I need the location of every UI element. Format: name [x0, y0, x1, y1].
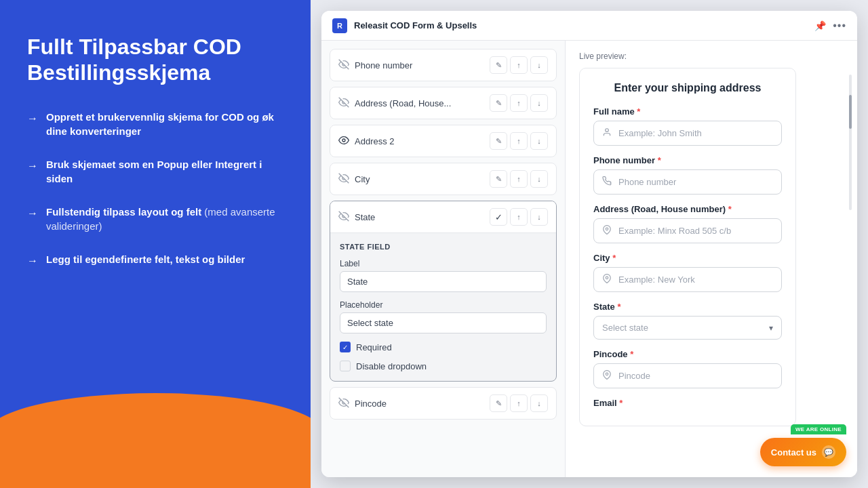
bullet-item-4: → Legg til egendefinerte felt, tekst og …	[27, 252, 283, 268]
placeholder-full-name: Example: John Smith	[618, 128, 702, 138]
preview-field-pincode: Pincode * Pincode	[593, 349, 782, 388]
state-placeholder-group: Placeholder	[340, 300, 547, 333]
move-up-state-button[interactable]: ↑	[510, 208, 528, 226]
arrow-icon-3: →	[27, 206, 38, 221]
field-label-address2: Address 2	[355, 136, 484, 146]
preview-field-full-name: Full name * Example: John Smith	[593, 106, 782, 146]
field-actions-pincode: ✎ ↑ ↓	[490, 394, 548, 412]
phone-icon	[602, 176, 612, 188]
required-checkbox[interactable]: ✓	[340, 342, 351, 352]
move-up-phone-button[interactable]: ↑	[510, 56, 528, 74]
svg-point-2	[342, 139, 345, 142]
edit-phone-button[interactable]: ✎	[490, 56, 507, 74]
edit-city-button[interactable]: ✎	[490, 170, 507, 188]
left-title: Fullt Tilpassbar CODBestillingsskjema	[27, 34, 283, 86]
visibility-toggle-state[interactable]	[338, 211, 349, 224]
move-up-address1-button[interactable]: ↑	[510, 94, 528, 112]
visibility-toggle-phone[interactable]	[338, 59, 349, 72]
preview-input-full-name[interactable]: Example: John Smith	[593, 121, 782, 146]
visibility-toggle-pincode[interactable]	[338, 397, 349, 410]
field-row-city[interactable]: City ✎ ↑ ↓	[330, 163, 557, 195]
preview-label-phone: Phone number *	[593, 155, 782, 165]
state-field-header[interactable]: State ✓ ↑ ↓	[330, 201, 556, 233]
visibility-toggle-address1[interactable]	[338, 97, 349, 110]
state-label-label: Label	[340, 259, 547, 268]
preview-select-state[interactable]: Select state ▾	[593, 316, 782, 340]
field-row-address1[interactable]: Address (Road, House... ✎ ↑ ↓	[330, 87, 557, 119]
required-star-city: *	[612, 253, 616, 263]
svg-point-7	[606, 228, 608, 230]
visibility-toggle-address2[interactable]	[338, 135, 349, 148]
scrollbar	[849, 75, 852, 210]
left-panel: Fullt Tilpassbar CODBestillingsskjema → …	[0, 0, 311, 488]
state-field-body: STATE FIELD Label Placeholder ✓ Required	[330, 233, 556, 381]
placeholder-pincode: Pincode	[618, 371, 650, 381]
preview-input-address[interactable]: Example: Minx Road 505 c/b	[593, 218, 782, 243]
location-icon-address	[602, 225, 612, 237]
preview-input-city[interactable]: Example: New York	[593, 267, 782, 292]
field-row-address2[interactable]: Address 2 ✎ ↑ ↓	[330, 125, 557, 157]
move-up-address2-button[interactable]: ↑	[510, 132, 528, 150]
online-badge: WE ARE ONLINE	[791, 424, 846, 434]
select-state-text: Select state	[602, 323, 769, 333]
edit-address1-button[interactable]: ✎	[490, 94, 507, 112]
field-row-phone[interactable]: Phone number ✎ ↑ ↓	[330, 49, 557, 81]
field-label-pincode: Pincode	[355, 399, 484, 409]
move-down-address1-button[interactable]: ↓	[530, 94, 548, 112]
right-area: R Releasit COD Form & Upsells 📌 ••• Phon…	[311, 0, 868, 488]
move-up-pincode-button[interactable]: ↑	[510, 394, 528, 412]
field-label-phone: Phone number	[355, 60, 484, 70]
more-options-icon[interactable]: •••	[833, 20, 846, 32]
visibility-toggle-city[interactable]	[338, 173, 349, 186]
move-up-city-button[interactable]: ↑	[510, 170, 528, 188]
svg-point-9	[606, 373, 608, 375]
app-icon: R	[332, 18, 347, 33]
form-builder-panel: Phone number ✎ ↑ ↓ Address (Road, House.…	[321, 41, 566, 477]
bullet-text-1: Opprett et brukervennlig skjema for COD …	[46, 110, 283, 138]
state-required-row[interactable]: ✓ Required	[340, 342, 547, 352]
bullet-item-2: → Bruk skjemaet som en Popup eller Integ…	[27, 157, 283, 186]
move-down-state-button[interactable]: ↓	[530, 208, 548, 226]
location-icon-pincode	[602, 370, 612, 382]
state-disable-dropdown-row[interactable]: Disable dropdown	[340, 361, 547, 371]
contact-us-label: Contact us	[771, 447, 816, 458]
preview-field-email: Email *	[593, 398, 782, 408]
required-star-address: *	[728, 204, 732, 214]
confirm-state-button[interactable]: ✓	[490, 208, 507, 226]
chat-widget: WE ARE ONLINE Contact us 💬	[760, 438, 846, 466]
field-actions-address2: ✎ ↑ ↓	[490, 132, 548, 150]
move-down-address2-button[interactable]: ↓	[530, 132, 548, 150]
edit-pincode-button[interactable]: ✎	[490, 394, 507, 412]
disable-dropdown-checkbox[interactable]	[340, 361, 351, 371]
preview-input-phone[interactable]: Phone number	[593, 169, 782, 195]
move-down-phone-button[interactable]: ↓	[530, 56, 548, 74]
preview-input-pincode[interactable]: Pincode	[593, 363, 782, 388]
preview-field-city: City * Example: New York	[593, 253, 782, 292]
field-actions-city: ✎ ↑ ↓	[490, 170, 548, 188]
bullet-item-1: → Opprett et brukervennlig skjema for CO…	[27, 110, 283, 138]
field-actions-phone: ✎ ↑ ↓	[490, 56, 548, 74]
move-down-pincode-button[interactable]: ↓	[530, 394, 548, 412]
field-label-city: City	[355, 174, 484, 184]
pin-icon: 📌	[814, 20, 826, 31]
app-title: Releasit COD Form & Upsells	[354, 20, 477, 30]
move-down-city-button[interactable]: ↓	[530, 170, 548, 188]
field-row-pincode[interactable]: Pincode ✎ ↑ ↓	[330, 387, 557, 420]
preview-card: Enter your shipping address Full name * …	[579, 68, 796, 426]
state-label-input[interactable]	[340, 271, 547, 292]
contact-us-button[interactable]: Contact us 💬	[760, 438, 846, 466]
edit-address2-button[interactable]: ✎	[490, 132, 507, 150]
disable-dropdown-label: Disable dropdown	[356, 361, 427, 371]
state-placeholder-input[interactable]	[340, 312, 547, 333]
bullet-text-4: Legg til egendefinerte felt, tekst og bi…	[46, 252, 245, 266]
chevron-down-icon: ▾	[769, 323, 773, 333]
preview-field-address: Address (Road, House number) * Example: …	[593, 204, 782, 243]
preview-label-address: Address (Road, House number) *	[593, 204, 782, 214]
preview-label-state: State *	[593, 302, 782, 312]
bullet-text-2: Bruk skjemaet som en Popup eller Integre…	[46, 157, 283, 186]
preview-field-state: State * Select state ▾	[593, 302, 782, 340]
arrow-icon-4: →	[27, 253, 38, 268]
state-label-group: Label	[340, 259, 547, 292]
state-field-section-title: STATE FIELD	[340, 243, 547, 251]
placeholder-city: Example: New York	[618, 274, 695, 285]
